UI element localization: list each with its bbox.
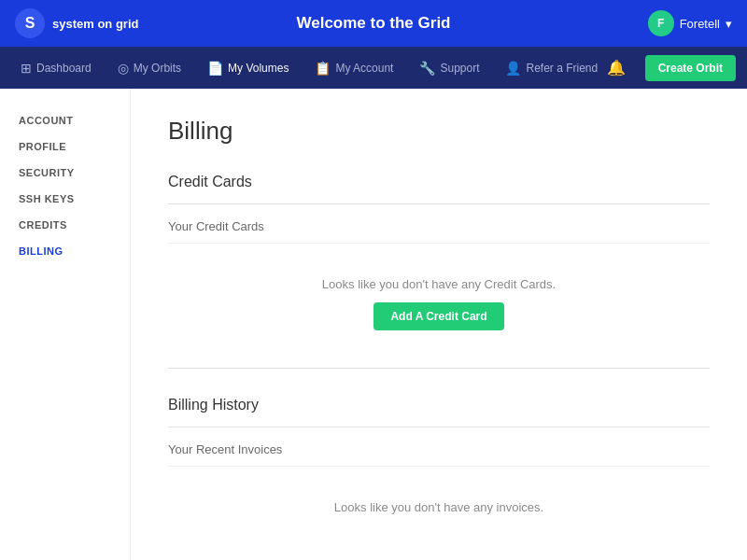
avatar: F xyxy=(648,10,674,36)
sidebar-item-credits[interactable]: CREDITS xyxy=(0,212,130,238)
billing-history-subtitle: Your Recent Invoices xyxy=(168,442,710,467)
nav-item-refer-a-friend[interactable]: 👤 Refer a Friend xyxy=(494,55,609,81)
user-menu[interactable]: F Foretell ▾ xyxy=(648,10,732,36)
chevron-down-icon: ▾ xyxy=(726,17,732,31)
logo[interactable]: S system on grid xyxy=(15,8,138,38)
sidebar: ACCOUNT PROFILE SECURITY SSH KEYS CREDIT… xyxy=(0,89,131,560)
sidebar-item-billing[interactable]: BILLING xyxy=(0,238,130,264)
create-orbit-button[interactable]: Create Orbit xyxy=(645,55,736,81)
nav-label-support: Support xyxy=(440,62,479,75)
billing-history-title: Billing History xyxy=(168,397,710,413)
support-icon: 🔧 xyxy=(419,61,435,76)
sidebar-item-account[interactable]: ACCOUNT xyxy=(0,107,130,133)
nav-item-dashboard[interactable]: ⊞ Dashboard xyxy=(9,55,103,81)
nav-label-my-orbits: My Orbits xyxy=(134,62,181,75)
nav-label-refer: Refer a Friend xyxy=(526,62,598,75)
nav-item-my-orbits[interactable]: ◎ My Orbits xyxy=(106,55,192,81)
nav-item-support[interactable]: 🔧 Support xyxy=(408,55,490,81)
nav-label-my-volumes: My Volumes xyxy=(228,62,289,75)
nav-item-my-account[interactable]: 📋 My Account xyxy=(303,55,404,81)
bell-icon[interactable]: 🔔 xyxy=(607,59,626,77)
logo-icon: S xyxy=(15,8,45,38)
content-area: Billing Credit Cards Your Credit Cards L… xyxy=(131,89,747,560)
volumes-icon: 📄 xyxy=(207,61,223,76)
billing-divider xyxy=(168,427,710,427)
credit-cards-section: Credit Cards Your Credit Cards Looks lik… xyxy=(168,174,710,330)
nav-label-dashboard: Dashboard xyxy=(36,62,92,75)
sidebar-item-ssh-keys[interactable]: SSH KEYS xyxy=(0,186,130,212)
nav-item-my-volumes[interactable]: 📄 My Volumes xyxy=(196,55,300,81)
sidebar-item-security[interactable]: SECURITY xyxy=(0,160,130,186)
dashboard-icon: ⊞ xyxy=(21,61,32,76)
orbits-icon: ◎ xyxy=(118,61,129,76)
navbar: ⊞ Dashboard ◎ My Orbits 📄 My Volumes 📋 M… xyxy=(0,47,747,89)
no-invoices-message: Looks like you don't have any invoices. xyxy=(168,485,710,525)
divider xyxy=(168,203,710,204)
user-name: Foretell xyxy=(680,17,720,31)
refer-icon: 👤 xyxy=(505,61,521,76)
main-layout: ACCOUNT PROFILE SECURITY SSH KEYS CREDIT… xyxy=(0,89,747,560)
credit-cards-subtitle: Your Credit Cards xyxy=(168,219,710,244)
sidebar-item-profile[interactable]: PROFILE xyxy=(0,133,130,160)
topbar-title: Welcome to the Grid xyxy=(297,14,451,33)
billing-history-section: Billing History Your Recent Invoices Loo… xyxy=(168,397,710,525)
topbar: S system on grid Welcome to the Grid F F… xyxy=(0,0,747,47)
nav-label-my-account: My Account xyxy=(335,62,393,75)
account-icon: 📋 xyxy=(315,61,331,76)
credit-cards-title: Credit Cards xyxy=(168,174,710,190)
section-separator xyxy=(168,368,710,369)
add-credit-card-button[interactable]: Add A Credit Card xyxy=(374,302,503,330)
logo-text: system on grid xyxy=(52,17,138,31)
page-title: Billing xyxy=(168,117,710,146)
no-credit-cards-message: Looks like you don't have any Credit Car… xyxy=(168,262,710,302)
